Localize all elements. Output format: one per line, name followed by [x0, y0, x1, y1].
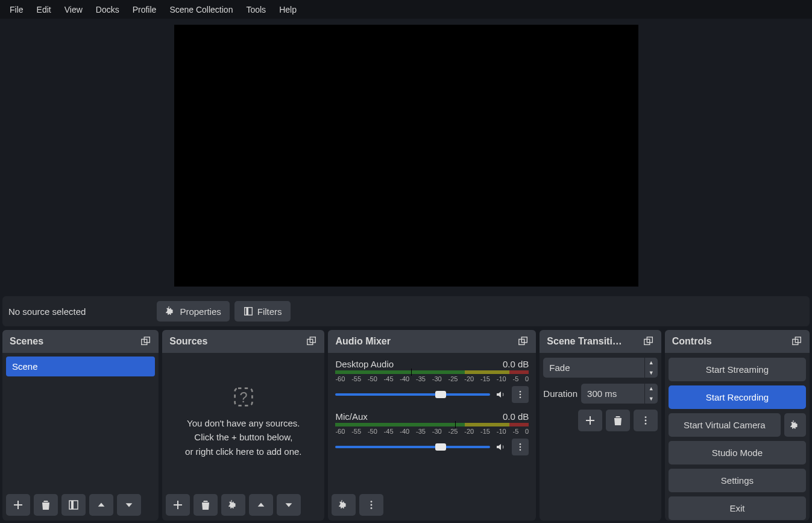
remove-transition-button[interactable]	[606, 410, 630, 431]
scene-up-button[interactable]	[89, 494, 113, 516]
exit-button[interactable]: Exit	[669, 496, 806, 520]
dots-icon	[640, 415, 651, 426]
mixer-menu-button[interactable]	[359, 494, 383, 516]
transitions-header: Scene Transiti…	[540, 330, 661, 353]
sources-body[interactable]: You don't have any sources. Click the + …	[162, 353, 324, 492]
slider-thumb[interactable]	[435, 391, 446, 398]
trash-icon	[612, 414, 624, 426]
transition-selected: Fade	[543, 358, 644, 378]
menu-scene-collection[interactable]: Scene Collection	[163, 2, 239, 17]
controls-body: Start Streaming Start Recording Start Vi…	[665, 353, 810, 523]
volume-slider[interactable]	[335, 446, 490, 448]
controls-title: Controls	[672, 336, 712, 347]
virtual-camera-row: Start Virtual Camera	[669, 413, 806, 437]
add-transition-button[interactable]	[578, 410, 602, 431]
preview-canvas[interactable]	[174, 25, 638, 287]
properties-label: Properties	[180, 306, 221, 317]
chevron-down-icon	[283, 499, 294, 510]
menu-edit[interactable]: Edit	[31, 2, 57, 17]
transition-spinner[interactable]: ▲▼	[644, 358, 658, 378]
speaker-icon	[495, 388, 507, 401]
filters-label: Filters	[257, 306, 282, 317]
virtual-camera-settings-button[interactable]	[784, 413, 806, 437]
sources-footer	[162, 492, 324, 521]
dots-icon	[515, 390, 525, 399]
duration-spinner[interactable]: ▲▼	[644, 384, 658, 404]
channel-menu-button[interactable]	[512, 439, 529, 455]
mixer-advanced-button[interactable]	[332, 494, 356, 516]
add-source-button[interactable]	[166, 494, 190, 516]
mute-button[interactable]	[495, 388, 507, 401]
dots-icon	[515, 442, 525, 452]
menu-help[interactable]: Help	[273, 2, 303, 17]
duration-value: 300 ms	[581, 384, 644, 404]
menu-tools[interactable]: Tools	[240, 2, 272, 17]
filters-button[interactable]: Filters	[234, 301, 291, 322]
scene-item[interactable]: Scene	[6, 357, 155, 376]
scenes-header: Scenes	[2, 330, 159, 353]
source-down-button[interactable]	[277, 494, 301, 516]
channel-level: 0.0 dB	[503, 359, 529, 369]
settings-button[interactable]: Settings	[669, 469, 806, 492]
mixer-channel: Mic/Aux 0.0 dB -60-55-50-45-40-35-30-25-…	[332, 409, 532, 461]
channel-meter: -60-55-50-45-40-35-30-25-20-15-10-50	[335, 370, 529, 384]
mixer-header: Audio Mixer	[328, 330, 536, 353]
start-recording-button[interactable]: Start Recording	[669, 385, 806, 409]
popout-icon[interactable]	[518, 336, 529, 347]
scenes-title: Scenes	[10, 336, 43, 347]
slider-thumb[interactable]	[435, 443, 446, 451]
popout-icon[interactable]	[140, 336, 151, 347]
source-properties-button[interactable]	[221, 494, 245, 516]
filter-icon	[243, 306, 254, 317]
gear-icon	[790, 420, 801, 431]
scene-filter-button[interactable]	[61, 494, 86, 516]
popout-icon[interactable]	[792, 336, 802, 347]
source-toolbar: No source selected Properties Filters	[2, 296, 810, 326]
mixer-channel: Desktop Audio 0.0 dB -60-55-50-45-40-35-…	[332, 357, 532, 409]
sources-title: Sources	[169, 336, 207, 347]
popout-icon[interactable]	[643, 336, 654, 347]
duration-row: Duration 300 ms ▲▼	[543, 384, 657, 404]
popout-icon[interactable]	[306, 336, 317, 347]
sources-header: Sources	[162, 330, 324, 353]
dots-icon	[366, 499, 377, 510]
filter-icon	[68, 499, 80, 511]
sources-empty: You don't have any sources. Click the + …	[166, 357, 321, 488]
chevron-up-icon	[256, 499, 266, 510]
plus-icon	[584, 414, 596, 426]
studio-mode-button[interactable]: Studio Mode	[669, 441, 806, 464]
scenes-body[interactable]: Scene	[2, 353, 159, 492]
menu-docks[interactable]: Docks	[90, 2, 125, 17]
menu-profile[interactable]: Profile	[127, 2, 163, 17]
menu-file[interactable]: File	[4, 2, 30, 17]
remove-scene-button[interactable]	[34, 494, 58, 516]
channel-meter: -60-55-50-45-40-35-30-25-20-15-10-50	[335, 423, 529, 436]
menu-view[interactable]: View	[58, 2, 89, 17]
gear-icon	[165, 306, 176, 317]
start-streaming-button[interactable]: Start Streaming	[669, 358, 806, 381]
sources-empty-text: You don't have any sources. Click the + …	[185, 416, 301, 458]
transition-select[interactable]: Fade ▲▼	[543, 358, 657, 378]
sources-dock: Sources You don't have any sources. Clic…	[162, 330, 324, 521]
trash-icon	[200, 499, 212, 511]
mixer-body: Desktop Audio 0.0 dB -60-55-50-45-40-35-…	[328, 353, 536, 492]
channel-menu-button[interactable]	[512, 386, 529, 403]
scene-down-button[interactable]	[117, 494, 141, 516]
add-scene-button[interactable]	[6, 494, 30, 516]
transition-menu-button[interactable]	[634, 410, 658, 431]
speaker-icon	[495, 441, 507, 453]
plus-icon	[172, 499, 184, 511]
remove-source-button[interactable]	[194, 494, 218, 516]
volume-slider[interactable]	[335, 393, 490, 396]
docks-row: Scenes Scene Sources You don't have an	[0, 326, 812, 523]
mute-button[interactable]	[495, 441, 507, 453]
menubar: File Edit View Docks Profile Scene Colle…	[0, 0, 812, 19]
scene-list: Scene	[6, 357, 155, 488]
chevron-up-icon	[96, 499, 107, 510]
source-up-button[interactable]	[249, 494, 273, 516]
duration-input[interactable]: 300 ms ▲▼	[581, 384, 658, 404]
start-virtual-camera-button[interactable]: Start Virtual Camera	[669, 413, 781, 437]
plus-icon	[12, 499, 24, 511]
properties-button[interactable]: Properties	[157, 301, 229, 322]
trash-icon	[40, 499, 52, 511]
